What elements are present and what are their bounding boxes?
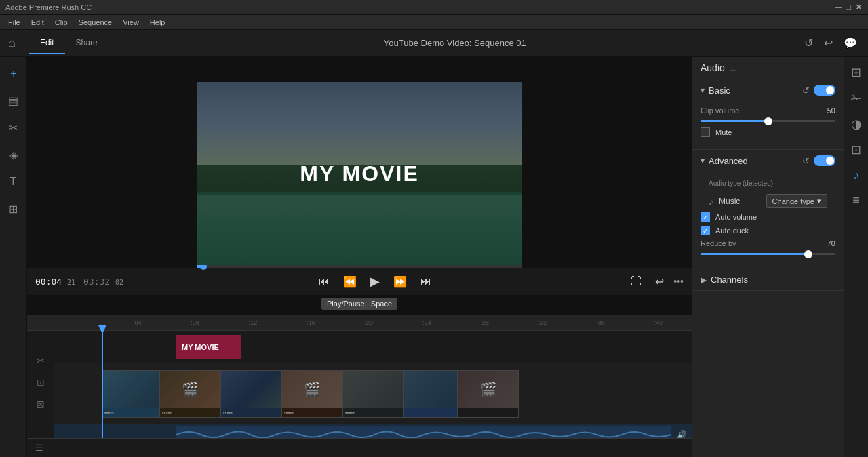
header-icons: ↺ ↩ 💬: [802, 34, 860, 52]
app-header: ⌂ Edit Share YouTube Demo Video: Sequenc…: [0, 30, 868, 57]
color-panel-button[interactable]: ◑: [848, 114, 865, 134]
video-clip-6[interactable]: [403, 370, 458, 418]
mute-checkbox[interactable]: [701, 127, 710, 137]
step-forward-button[interactable]: ⏩: [389, 273, 411, 291]
video-clip-4[interactable]: 🎬▪▪▪▪▪: [281, 370, 342, 418]
transitions-button[interactable]: ⊞: [3, 198, 24, 220]
audio-detected-label: Audio type (detected): [701, 177, 835, 190]
advanced-section-header[interactable]: ▾ Advanced ↺: [692, 150, 844, 172]
audio-panel-header: Audio ...: [692, 57, 844, 79]
total-time-value: 03:32: [83, 277, 110, 287]
video-title-overlay: MY MOVIE: [300, 161, 418, 186]
effects-controls-button[interactable]: ⊞: [848, 62, 864, 83]
refresh-button[interactable]: ↺: [802, 34, 816, 52]
video-track: 👁 🔒 ▪▪▪▪▪ 🎬▪▪▪▪▪ ▪▪▪▪▪ 🎬▪▪▪▪▪ ▪▪▪▪▪ 🎬: [27, 363, 692, 424]
menu-file[interactable]: File: [3, 17, 26, 28]
playhead[interactable]: [102, 331, 103, 438]
audio-panel: Audio ... ▾ Basic ↺: [692, 57, 844, 457]
menu-edit[interactable]: Edit: [26, 17, 50, 28]
step-back-button[interactable]: ⏪: [339, 273, 361, 291]
right-panel: Audio ... ▾ Basic ↺: [692, 57, 868, 457]
advanced-section-title: Advanced: [709, 156, 802, 166]
tools-button[interactable]: ✂: [3, 117, 24, 138]
go-to-end-button[interactable]: ⏭: [416, 273, 435, 290]
video-clip-2[interactable]: 🎬▪▪▪▪▪: [159, 370, 220, 418]
transform-panel-button[interactable]: ⊡: [848, 140, 864, 160]
video-clip-container: ▪▪▪▪▪ 🎬▪▪▪▪▪ ▪▪▪▪▪ 🎬▪▪▪▪▪ ▪▪▪▪▪ 🎬: [102, 370, 519, 418]
audio-panel-button[interactable]: ♪: [850, 165, 862, 185]
auto-volume-checkbox[interactable]: [701, 212, 710, 222]
advanced-toggle[interactable]: [814, 155, 835, 166]
effects-button[interactable]: ◈: [3, 144, 24, 165]
ruler-mark: -:20: [339, 319, 397, 326]
video-clip-5[interactable]: ▪▪▪▪▪: [342, 370, 403, 418]
loop-button[interactable]: ↩: [651, 273, 668, 291]
menu-sequence[interactable]: Sequence: [73, 17, 118, 28]
go-to-start-button[interactable]: ⏮: [315, 273, 334, 290]
video-clip-7[interactable]: 🎬: [458, 370, 519, 418]
caption-panel-button[interactable]: ≡: [850, 191, 863, 210]
ruler-mark: -:04: [107, 319, 165, 326]
video-clip-3[interactable]: ▪▪▪▪▪: [220, 370, 281, 418]
change-type-button[interactable]: Change type ▾: [766, 194, 827, 208]
ruler-marks: -:04 -:08 -:12 -:16 -:20 -:24 -:28 -:32 …: [107, 319, 686, 326]
auto-duck-checkbox[interactable]: [701, 226, 710, 235]
video-clip-1[interactable]: ▪▪▪▪▪: [102, 370, 159, 418]
clip-volume-slider[interactable]: [701, 120, 835, 122]
reduce-by-fill: [701, 253, 808, 255]
title-track: MY MOVIE: [27, 331, 692, 363]
app-name: Adobe Premiere Rush CC: [5, 3, 92, 12]
reduce-by-value: 70: [819, 239, 835, 247]
main-area: ＋ ▤ ✂ ◈ T ⊞ MY MOVIE Play/Pause Space: [0, 57, 868, 457]
auto-volume-row: Auto volume: [701, 212, 835, 222]
right-layout: Audio ... ▾ Basic ↺: [692, 57, 868, 457]
ruler-mark: -:32: [513, 319, 570, 326]
basic-reset-icon[interactable]: ↺: [802, 85, 810, 96]
time-remap-tool[interactable]: ⊠: [34, 396, 47, 412]
advanced-section: ▾ Advanced ↺ Audio type (detected) ♪ Mus…: [692, 150, 844, 269]
play-pause-button[interactable]: ▶: [366, 271, 384, 292]
basic-section-content: Clip volume 50 Mute: [692, 101, 844, 149]
title-clip[interactable]: MY MOVIE: [176, 335, 241, 359]
reduce-by-thumb[interactable]: [804, 250, 812, 258]
channels-section-header[interactable]: ▶ Channels: [692, 269, 844, 290]
ripple-tool[interactable]: ⊡: [34, 374, 47, 391]
comments-button[interactable]: 💬: [841, 34, 860, 52]
home-button[interactable]: ⌂: [8, 36, 16, 50]
auto-volume-label: Auto volume: [715, 213, 757, 221]
ruler-mark: -:08: [165, 319, 222, 326]
basic-toggle[interactable]: [814, 85, 835, 96]
maximize-button[interactable]: □: [846, 2, 851, 12]
advanced-reset-icon[interactable]: ↺: [802, 156, 810, 166]
reduce-by-slider[interactable]: [701, 253, 835, 255]
add-media-button[interactable]: ＋: [3, 62, 24, 84]
left-sidebar: ＋ ▤ ✂ ◈ T ⊞: [0, 57, 27, 457]
change-type-label: Change type: [772, 197, 814, 205]
cut-tool[interactable]: ✂: [34, 353, 47, 369]
more-options-button[interactable]: •••: [673, 276, 684, 287]
close-button[interactable]: ✕: [855, 2, 863, 12]
cut-panel-button[interactable]: ✁: [848, 88, 864, 108]
undo-button[interactable]: ↩: [821, 34, 835, 52]
channels-section-title: Channels: [711, 275, 835, 285]
preview-video[interactable]: MY MOVIE: [197, 82, 522, 265]
preview-progress-bar[interactable]: [197, 265, 522, 268]
timeline-settings-button[interactable]: ☰: [33, 441, 46, 454]
nav-edit[interactable]: Edit: [29, 33, 65, 54]
tooltip-key: Space: [371, 300, 392, 308]
reduce-by-row: Reduce by 70: [701, 239, 835, 247]
media-browser-button[interactable]: ▤: [3, 90, 24, 111]
ruler-mark: -:36: [570, 319, 628, 326]
menu-view[interactable]: View: [117, 17, 144, 28]
menu-clip[interactable]: Clip: [50, 17, 73, 28]
minimize-button[interactable]: ─: [835, 2, 842, 12]
text-button[interactable]: T: [3, 171, 24, 193]
fit-frame-button[interactable]: ⛶: [627, 273, 646, 290]
nav-share[interactable]: Share: [65, 33, 108, 54]
bottom-toolbar: ☰: [27, 438, 692, 457]
clip-volume-thumb[interactable]: [764, 117, 772, 125]
basic-section-header[interactable]: ▾ Basic ↺: [692, 79, 844, 101]
menu-help[interactable]: Help: [144, 17, 171, 28]
advanced-chevron-icon: ▾: [701, 156, 705, 165]
timeline-content: ✂ ⊡ ⊠ MY MOVIE 👁 🔒: [27, 331, 692, 438]
